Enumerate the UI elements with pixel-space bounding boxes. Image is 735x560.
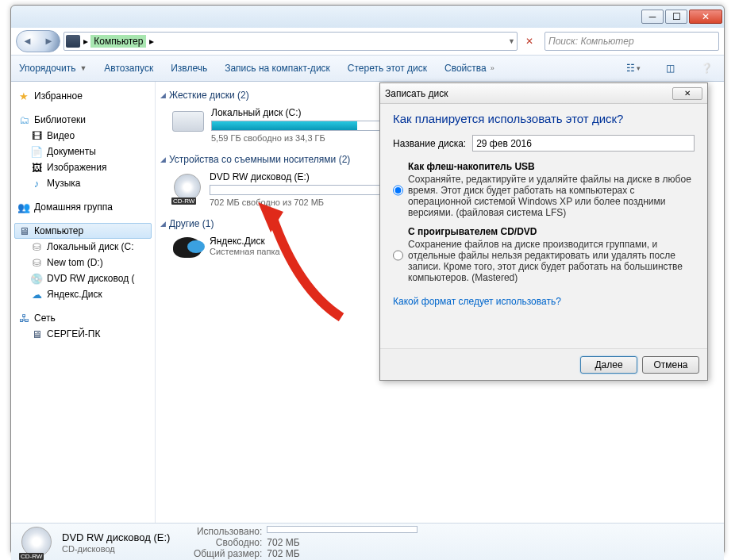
document-icon: 📄 (30, 145, 43, 158)
toolbar: Упорядочить▼ Автозапуск Извлечь Запись н… (11, 55, 724, 82)
option-cddvd-title: С проигрывателем CD/DVD (408, 226, 695, 237)
status-sub: CD-дисковод (62, 544, 170, 554)
view-options-icon[interactable]: ☷▾ (624, 59, 643, 77)
collapse-icon: ◢ (160, 91, 166, 99)
dialog-question: Как планируется использовать этот диск? (393, 112, 695, 125)
cdrw-icon: CD-RW (171, 171, 203, 203)
disc-name-label: Название диска: (393, 138, 466, 149)
drive-yandex-sub: Системная папка (210, 247, 386, 256)
network-icon: 🖧 (17, 312, 30, 324)
status-used-bar (267, 526, 418, 533)
drive-dvdrw-free: 702 МБ свободно из 702 МБ (210, 198, 386, 207)
sidebar-computer[interactable]: 🖥Компьютер (14, 223, 152, 239)
address-bar[interactable]: ▸ Компьютер ▸ ▼ (63, 32, 518, 51)
sidebar-localdisk[interactable]: ⛁Локальный диск (С: (14, 239, 152, 255)
dialog-close-button[interactable]: ✕ (672, 87, 702, 100)
option-usb-radio[interactable] (393, 163, 403, 218)
dialog-footer: Далее Отмена (380, 348, 707, 380)
option-cddvd-radio[interactable] (393, 228, 403, 283)
close-button[interactable]: ✕ (689, 10, 722, 24)
hdd-icon (171, 107, 205, 136)
status-bar: CD-RW DVD RW дисковод (E:) CD-дисковод И… (11, 523, 724, 560)
search-placeholder: Поиск: Компьютер (548, 36, 634, 47)
status-total-val: 702 МБ (267, 548, 299, 559)
search-box[interactable]: Поиск: Компьютер (545, 32, 719, 51)
collapse-icon: ◢ (160, 155, 166, 163)
eject-button[interactable]: Извлечь (171, 63, 207, 74)
dialog-title: Записать диск (385, 88, 448, 99)
burn-button[interactable]: Запись на компакт-диск (225, 63, 330, 74)
cdrw-badge: CD-RW (19, 553, 44, 560)
erase-button[interactable]: Стереть этот диск (348, 63, 427, 74)
status-name: DVD RW дисковод (E:) (62, 531, 170, 543)
sidebar-homegroup[interactable]: 👥Домашняя группа (14, 199, 152, 215)
status-free-val: 702 МБ (267, 537, 299, 548)
status-disc-icon: CD-RW (19, 527, 54, 558)
pc-icon: 🖥 (30, 328, 43, 340)
star-icon: ★ (17, 90, 30, 102)
sidebar-newtom[interactable]: ⛁New tom (D:) (14, 255, 152, 270)
video-icon: 🎞 (30, 129, 43, 142)
sidebar-dvdrw[interactable]: 💿DVD RW дисковод ( (14, 270, 152, 286)
status-free-label: Свободно: (186, 537, 262, 548)
dialog-titlebar: Записать диск ✕ (380, 83, 707, 104)
drive-c-free: 5,59 ГБ свободно из 34,3 ГБ (211, 133, 386, 143)
nav-row: ◄► ▸ Компьютер ▸ ▼ ✕ Поиск: Компьютер (11, 27, 724, 55)
maximize-button[interactable]: ☐ (665, 10, 687, 24)
minimize-button[interactable]: ─ (641, 10, 664, 24)
nav-back-forward[interactable]: ◄► (16, 30, 60, 52)
preview-pane-icon[interactable]: ◫ (660, 59, 679, 77)
window-titlebar: ─ ☐ ✕ (11, 6, 724, 27)
yandex-icon: ☁ (30, 288, 43, 301)
autoplay-button[interactable]: Автозапуск (104, 63, 153, 74)
properties-button[interactable]: Свойства» (444, 63, 494, 74)
hdd-icon: ⛁ (30, 240, 43, 253)
drive-c[interactable]: Локальный диск (С:) 5,59 ГБ свободно из … (171, 107, 386, 143)
sidebar-yandex[interactable]: ☁Яндекс.Диск (14, 286, 152, 302)
format-help-link[interactable]: Какой формат следует использовать? (393, 296, 561, 307)
organize-menu[interactable]: Упорядочить▼ (19, 63, 87, 74)
option-usb[interactable]: Как флеш-накопитель USB Сохраняйте, реда… (393, 161, 695, 218)
picture-icon: 🖼 (30, 161, 43, 174)
option-cddvd-desc: Сохранение файлов на диске производится … (408, 239, 695, 283)
cdrw-badge: CD-RW (171, 198, 196, 205)
collapse-icon: ◢ (160, 220, 166, 228)
yandex-disk-icon (171, 236, 203, 259)
address-dropdown-icon[interactable]: ▼ (508, 37, 515, 45)
drive-dvdrw-usage-bar (210, 185, 384, 195)
option-usb-title: Как флеш-накопитель USB (408, 161, 695, 172)
sidebar-network[interactable]: 🖧Сеть (14, 310, 152, 326)
option-cddvd[interactable]: С проигрывателем CD/DVD Сохранение файло… (393, 226, 695, 283)
music-icon: ♪ (30, 177, 43, 190)
status-used-label: Использовано: (186, 526, 262, 537)
breadcrumb-root[interactable]: Компьютер (90, 35, 146, 48)
breadcrumb-sep: ▸ (83, 36, 88, 47)
cancel-button[interactable]: Отмена (642, 356, 699, 374)
next-button[interactable]: Далее (580, 356, 637, 374)
sidebar-libraries[interactable]: 🗂Библиотеки (14, 112, 152, 128)
status-total-label: Общий размер: (186, 548, 262, 559)
sidebar-documents[interactable]: 📄Документы (14, 144, 152, 159)
address-delete-icon[interactable]: ✕ (521, 33, 538, 49)
sidebar-music[interactable]: ♪Музыка (14, 175, 152, 191)
breadcrumb-sep2: ▸ (149, 36, 154, 47)
computer-icon: 🖥 (17, 224, 30, 237)
sidebar-pictures[interactable]: 🖼Изображения (14, 159, 152, 175)
nav-sidebar: ★Избранное 🗂Библиотеки 🎞Видео 📄Документы… (11, 82, 156, 523)
disc-icon: 💿 (30, 272, 43, 285)
drive-dvdrw-label: DVD RW дисковод (E:) (210, 171, 386, 182)
hdd-icon: ⛁ (30, 256, 43, 269)
status-properties: Использовано: Свободно:702 МБ Общий разм… (186, 526, 418, 559)
drive-yandex-label: Яндекс.Диск (210, 236, 386, 247)
homegroup-icon: 👥 (17, 201, 30, 213)
library-icon: 🗂 (17, 113, 30, 126)
sidebar-videos[interactable]: 🎞Видео (14, 128, 152, 144)
help-icon[interactable]: ❔ (697, 59, 716, 77)
sidebar-pc[interactable]: 🖥СЕРГЕЙ-ПК (14, 326, 152, 342)
drive-dvdrw[interactable]: CD-RW DVD RW дисковод (E:) 702 МБ свобод… (171, 171, 386, 207)
computer-icon (66, 35, 80, 48)
sidebar-favorites[interactable]: ★Избранное (14, 88, 152, 104)
option-usb-desc: Сохраняйте, редактируйте и удаляйте файл… (408, 174, 695, 218)
drive-yandex[interactable]: Яндекс.Диск Системная папка (171, 236, 386, 259)
disc-name-input[interactable] (472, 135, 695, 152)
